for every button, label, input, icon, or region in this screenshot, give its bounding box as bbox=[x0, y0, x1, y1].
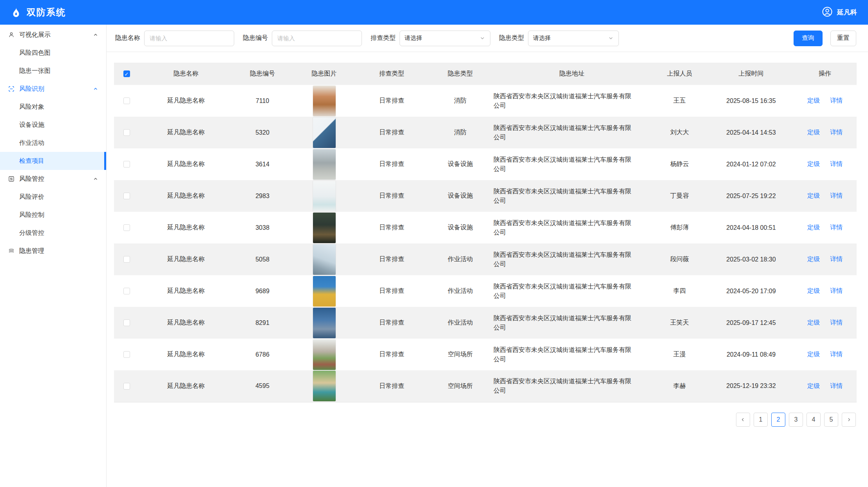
hazard-code: 5320 bbox=[233, 117, 292, 148]
page-button-4[interactable]: 4 bbox=[807, 413, 821, 427]
filter-hazard-type: 隐患类型 请选择 bbox=[499, 31, 619, 46]
row-checkbox[interactable] bbox=[123, 161, 130, 168]
detail-link[interactable]: 详情 bbox=[830, 224, 843, 232]
hazard-address: 陕西省西安市未央区汉城街道福莱士汽车服务有限公司 bbox=[494, 117, 650, 148]
hazard-photo[interactable] bbox=[313, 308, 336, 338]
page-button-2[interactable]: 2 bbox=[771, 413, 785, 427]
sidebar-item-risk-four-color-map[interactable]: 风险四色图 bbox=[0, 44, 106, 62]
user-menu[interactable]: 延凡科 bbox=[821, 6, 857, 19]
hazard-photo[interactable] bbox=[313, 213, 336, 243]
inspect-type: 日常排查 bbox=[356, 370, 427, 402]
hazard-address: 陕西省西安市未央区汉城街道福莱士汽车服务有限公司 bbox=[494, 180, 650, 212]
inspect-type-select[interactable]: 请选择 bbox=[400, 31, 490, 46]
sidebar-group-risk-identification[interactable]: 风险识别 bbox=[0, 80, 106, 98]
hazard-type: 设备设施 bbox=[427, 212, 494, 243]
hazard-type: 作业活动 bbox=[427, 243, 494, 275]
sidebar-group-visual-display[interactable]: 可视化展示 bbox=[0, 26, 106, 44]
col-hazard-photo: 隐患图片 bbox=[292, 63, 356, 85]
row-checkbox[interactable] bbox=[123, 97, 130, 104]
row-checkbox[interactable] bbox=[123, 193, 130, 199]
row-checkbox[interactable] bbox=[123, 256, 130, 263]
next-page-button[interactable] bbox=[842, 413, 856, 427]
inspect-type: 日常排查 bbox=[356, 243, 427, 275]
hazard-photo[interactable] bbox=[313, 244, 336, 275]
table-row: 延凡隐患名称 4595 日常排查 空间场所 陕西省西安市未央区汉城街道福莱士汽车… bbox=[114, 370, 857, 402]
grade-link[interactable]: 定级 bbox=[807, 97, 820, 105]
sidebar-item-inspection-item[interactable]: 检查项目 bbox=[0, 152, 106, 170]
grade-link[interactable]: 定级 bbox=[807, 382, 820, 390]
table-row: 延凡隐患名称 7110 日常排查 消防 陕西省西安市未央区汉城街道福莱士汽车服务… bbox=[114, 85, 857, 117]
detail-link[interactable]: 详情 bbox=[830, 319, 843, 327]
grade-link[interactable]: 定级 bbox=[807, 160, 820, 168]
sidebar-item-work-activity[interactable]: 作业活动 bbox=[0, 134, 106, 152]
col-actions: 操作 bbox=[793, 63, 857, 85]
grade-link[interactable]: 定级 bbox=[807, 255, 820, 263]
table-row: 延凡隐患名称 3614 日常排查 设备设施 陕西省西安市未央区汉城街道福莱士汽车… bbox=[114, 148, 857, 180]
grade-link[interactable]: 定级 bbox=[807, 192, 820, 200]
row-checkbox[interactable] bbox=[123, 129, 130, 136]
sidebar: 可视化展示 风险四色图 隐患一张图 风险识别 风险对象 设备设施 作业活动 检查… bbox=[0, 25, 107, 487]
hazard-type-select[interactable]: 请选择 bbox=[528, 31, 619, 46]
page-button-3[interactable]: 3 bbox=[789, 413, 803, 427]
select-all-checkbox[interactable] bbox=[123, 70, 130, 77]
grade-link[interactable]: 定级 bbox=[807, 319, 820, 327]
query-button[interactable]: 查询 bbox=[794, 31, 823, 46]
detail-link[interactable]: 详情 bbox=[830, 287, 843, 295]
page-button-1[interactable]: 1 bbox=[754, 413, 768, 427]
row-checkbox[interactable] bbox=[123, 288, 130, 294]
hazard-photo[interactable] bbox=[313, 181, 336, 211]
hazard-code: 2983 bbox=[233, 180, 292, 212]
report-time: 2024-01-12 07:02 bbox=[709, 148, 793, 180]
hazard-photo[interactable] bbox=[313, 371, 336, 401]
detail-link[interactable]: 详情 bbox=[830, 192, 843, 200]
inspect-type: 日常排查 bbox=[356, 148, 427, 180]
reporter: 段问薇 bbox=[650, 243, 709, 275]
reset-button[interactable]: 重置 bbox=[830, 31, 856, 46]
detail-link[interactable]: 详情 bbox=[830, 128, 843, 137]
page-button-5[interactable]: 5 bbox=[824, 413, 838, 427]
layers-icon bbox=[8, 247, 15, 254]
row-checkbox[interactable] bbox=[123, 319, 130, 326]
sidebar-group-hazard-management[interactable]: 隐患管理 bbox=[0, 242, 106, 260]
sidebar-item-risk-object[interactable]: 风险对象 bbox=[0, 98, 106, 116]
row-checkbox[interactable] bbox=[123, 351, 130, 358]
detail-link[interactable]: 详情 bbox=[830, 382, 843, 390]
hazard-photo[interactable] bbox=[313, 117, 336, 148]
chevron-left-icon bbox=[740, 417, 746, 422]
sidebar-item-risk-restrain[interactable]: 风险控制 bbox=[0, 206, 106, 224]
table-row: 延凡隐患名称 5320 日常排查 消防 陕西省西安市未央区汉城街道福莱士汽车服务… bbox=[114, 117, 857, 148]
table-header-row: 隐患名称 隐患编号 隐患图片 排查类型 隐患类型 隐患地址 上报人员 上报时间 … bbox=[114, 63, 857, 85]
grade-link[interactable]: 定级 bbox=[807, 224, 820, 232]
chevron-right-icon bbox=[846, 417, 852, 422]
row-checkbox[interactable] bbox=[123, 224, 130, 231]
hazard-type: 消防 bbox=[427, 117, 494, 148]
reporter: 王笑天 bbox=[650, 307, 709, 339]
sidebar-item-grading-control[interactable]: 分级管控 bbox=[0, 224, 106, 242]
sidebar-item-hazard-one-map[interactable]: 隐患一张图 bbox=[0, 62, 106, 80]
sidebar-group-risk-control[interactable]: 风险管控 bbox=[0, 170, 106, 188]
grade-link[interactable]: 定级 bbox=[807, 128, 820, 137]
hazard-code-input[interactable] bbox=[272, 31, 362, 46]
hazard-name-input[interactable] bbox=[144, 31, 234, 46]
user-name: 延凡科 bbox=[837, 8, 857, 17]
sidebar-item-equipment-facility[interactable]: 设备设施 bbox=[0, 116, 106, 134]
hazard-photo[interactable] bbox=[313, 276, 336, 307]
hazard-photo[interactable] bbox=[313, 149, 336, 180]
hazard-photo[interactable] bbox=[313, 86, 336, 116]
hazard-table: 隐患名称 隐患编号 隐患图片 排查类型 隐患类型 隐患地址 上报人员 上报时间 … bbox=[114, 63, 857, 402]
grade-link[interactable]: 定级 bbox=[807, 287, 820, 295]
filter-label: 隐患名称 bbox=[115, 34, 140, 42]
detail-link[interactable]: 详情 bbox=[830, 160, 843, 168]
hazard-photo[interactable] bbox=[313, 339, 336, 370]
reporter: 刘大大 bbox=[650, 117, 709, 148]
hazard-name: 延凡隐患名称 bbox=[139, 307, 233, 339]
table-row: 延凡隐患名称 8291 日常排查 作业活动 陕西省西安市未央区汉城街道福莱士汽车… bbox=[114, 307, 857, 339]
row-checkbox[interactable] bbox=[123, 383, 130, 390]
sidebar-item-risk-evaluation[interactable]: 风险评价 bbox=[0, 188, 106, 206]
grade-link[interactable]: 定级 bbox=[807, 350, 820, 359]
filter-inspect-type: 排查类型 请选择 bbox=[371, 31, 490, 46]
detail-link[interactable]: 详情 bbox=[830, 97, 843, 105]
prev-page-button[interactable] bbox=[736, 413, 750, 427]
detail-link[interactable]: 详情 bbox=[830, 350, 843, 359]
detail-link[interactable]: 详情 bbox=[830, 255, 843, 263]
